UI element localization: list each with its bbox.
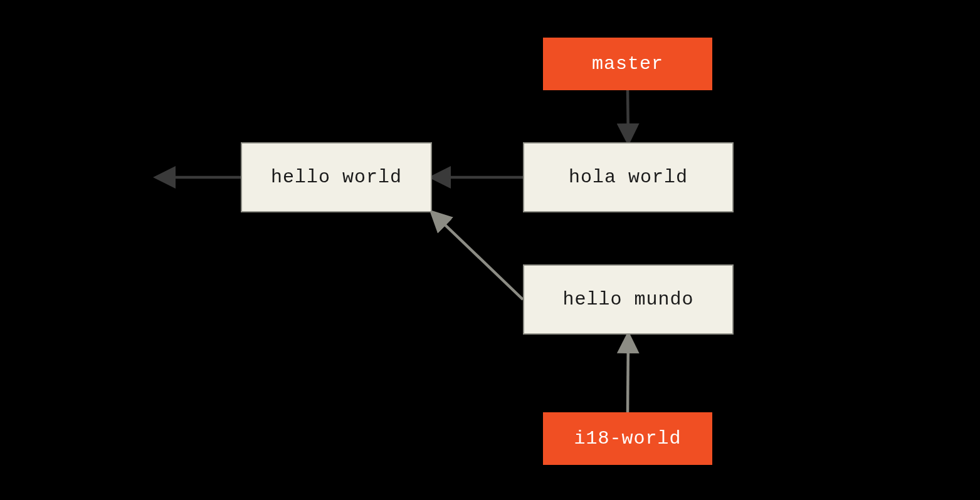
commit-hello-mundo: hello mundo [523, 264, 734, 335]
diagram-canvas: master hola world hello world hello mund… [0, 0, 980, 500]
commit-hola-world: hola world [523, 142, 734, 212]
branch-master-label: master [592, 53, 663, 75]
commit-hello-mundo-label: hello mundo [562, 289, 693, 310]
commit-hola-world-label: hola world [569, 167, 688, 188]
arrow [628, 335, 628, 412]
branch-master: master [543, 38, 712, 90]
commit-hello-world: hello world [241, 142, 432, 212]
arrow [432, 212, 523, 299]
arrow-layer [0, 0, 980, 500]
branch-i18-world-label: i18-world [574, 428, 681, 449]
arrow [628, 90, 628, 142]
branch-i18-world: i18-world [543, 412, 712, 465]
commit-hello-world-label: hello world [271, 167, 402, 188]
